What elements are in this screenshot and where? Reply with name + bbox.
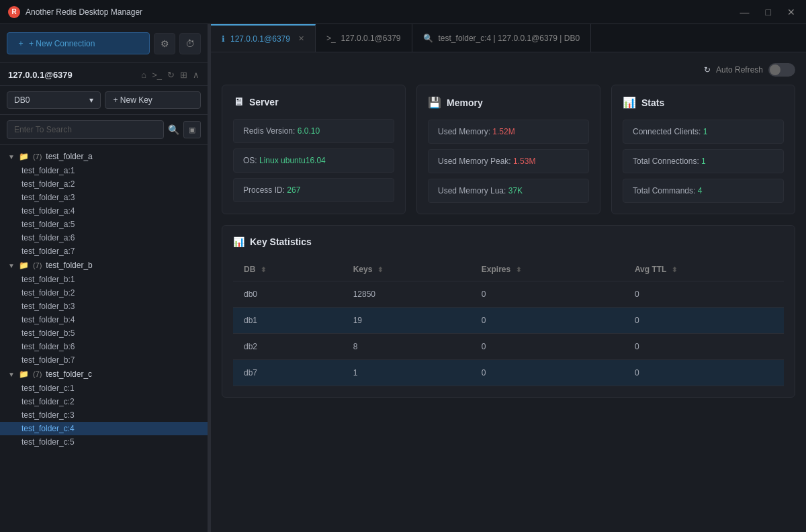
server-card-title: 🖥 Server [233, 96, 394, 108]
chevron-icon: ▼ [8, 153, 15, 161]
list-item[interactable]: test_folder_b:5 [0, 326, 208, 340]
refresh-icon[interactable]: ↻ [167, 70, 175, 80]
tree-container[interactable]: ▼ 📁 (7) test_folder_a test_folder_a:1 te… [0, 145, 208, 532]
folder-icon: 📁 [19, 261, 29, 270]
settings-button[interactable]: ⚙ [154, 33, 175, 54]
folder-test-folder-a[interactable]: ▼ 📁 (7) test_folder_a [0, 149, 208, 164]
connection-header: 127.0.0.1@6379 ⌂ >_ ↻ ⊞ ∧ [0, 63, 208, 86]
connection-icons: ⌂ >_ ↻ ⊞ ∧ [141, 70, 199, 80]
sort-icon: ⬍ [261, 266, 266, 273]
process-id-item: Process ID: 267 [233, 178, 394, 202]
list-item[interactable]: test_folder_c:1 [0, 382, 208, 395]
total-connections-item: Total Connections: 1 [623, 149, 784, 173]
terminal-icon[interactable]: >_ [152, 70, 162, 80]
minimize-button[interactable]: — [737, 5, 752, 19]
sidebar: ＋ + New Connection ⚙ ⏱ 127.0.0.1@6379 ⌂ … [0, 24, 208, 532]
folder-icon: 📁 [19, 369, 29, 379]
cell-keys: 8 [343, 334, 471, 360]
tab-terminal-connection[interactable]: >_ 127.0.0.1@6379 [316, 24, 412, 52]
list-item[interactable]: test_folder_a:1 [0, 164, 208, 177]
list-item[interactable]: test_folder_a:2 [0, 177, 208, 191]
new-key-button[interactable]: + New Key [105, 91, 202, 109]
maximize-button[interactable]: □ [763, 5, 774, 19]
titlebar: R Another Redis Desktop Manager — □ ✕ [0, 0, 806, 24]
list-item[interactable]: test_folder_a:3 [0, 191, 208, 204]
cards-row: 🖥 Server Redis Version: 6.0.10 OS: Linux… [222, 85, 795, 214]
cell-db: db0 [233, 281, 343, 308]
cell-expires: 0 [471, 334, 624, 360]
table-row: db2 8 0 0 [233, 334, 784, 360]
folder-name: test_folder_b [46, 261, 92, 270]
list-item[interactable]: test_folder_b:7 [0, 353, 208, 367]
list-item[interactable]: test_folder_a:5 [0, 218, 208, 231]
tab-close-icon[interactable]: ✕ [298, 34, 304, 43]
list-item[interactable]: test_folder_c:3 [0, 408, 208, 422]
tab-key-viewer[interactable]: 🔍 test_folder_c:4 | 127.0.0.1@6379 | DB0 [412, 24, 592, 52]
cell-db: db1 [233, 308, 343, 334]
col-keys[interactable]: Keys ⬍ [343, 258, 471, 281]
app-title: Another Redis Desktop Manager [26, 7, 142, 17]
db-selector[interactable]: DB0 ▾ [7, 91, 101, 109]
list-item[interactable]: test_folder_b:4 [0, 313, 208, 326]
connected-clients-item: Connected Clients: 1 [623, 120, 784, 144]
col-expires[interactable]: Expires ⬍ [471, 258, 624, 281]
auto-refresh-toggle[interactable] [768, 63, 795, 77]
tab-info-connection[interactable]: ℹ 127.0.0.1@6379 ✕ [211, 24, 316, 52]
cell-avg-ttl: 0 [624, 281, 784, 308]
filter-button[interactable]: ▣ [183, 121, 201, 138]
folder-test-folder-c[interactable]: ▼ 📁 (7) test_folder_c [0, 367, 208, 382]
auto-refresh-label: Auto Refresh [716, 65, 763, 75]
close-button[interactable]: ✕ [785, 5, 798, 19]
search-input[interactable] [7, 120, 164, 139]
list-item[interactable]: test_folder_c:2 [0, 395, 208, 408]
table-header: DB ⬍ Keys ⬍ Expires ⬍ [233, 258, 784, 281]
list-item[interactable]: test_folder_a:4 [0, 204, 208, 218]
used-memory-lua-item: Used Memory Lua: 37K [428, 179, 589, 203]
search-icon-button[interactable]: 🔍 [168, 124, 179, 135]
cell-expires: 0 [471, 281, 624, 308]
chevron-down-icon: ▾ [89, 95, 93, 105]
home-icon[interactable]: ⌂ [141, 70, 146, 80]
folder-test-folder-b[interactable]: ▼ 📁 (7) test_folder_b [0, 258, 208, 273]
used-memory-item: Used Memory: 1.52M [428, 120, 589, 144]
grid-icon[interactable]: ⊞ [180, 70, 187, 80]
collapse-icon[interactable]: ∧ [193, 70, 199, 80]
folder-icon: 📁 [19, 152, 29, 161]
chevron-icon: ▼ [8, 262, 15, 269]
cell-keys: 1 [343, 360, 471, 386]
history-button[interactable]: ⏱ [179, 33, 201, 54]
list-item[interactable]: test_folder_b:6 [0, 340, 208, 353]
list-item[interactable]: test_folder_a:6 [0, 231, 208, 245]
plus-icon: ＋ [17, 38, 25, 49]
list-item-active[interactable]: test_folder_c:4 [0, 422, 208, 435]
new-connection-button[interactable]: ＋ + New Connection [7, 32, 150, 54]
folder-count: (7) [33, 152, 42, 161]
list-item[interactable]: test_folder_a:7 [0, 245, 208, 258]
cell-avg-ttl: 0 [624, 308, 784, 334]
table-row: db7 1 0 0 [233, 360, 784, 386]
list-item[interactable]: test_folder_c:5 [0, 435, 208, 449]
list-item[interactable]: test_folder_b:2 [0, 286, 208, 300]
connection-name: 127.0.0.1@6379 [8, 70, 73, 80]
stats-card: 📊 Stats Connected Clients: 1 Total Conne… [611, 85, 795, 214]
titlebar-controls: — □ ✕ [737, 5, 798, 19]
folder-name: test_folder_c [46, 369, 92, 379]
db-controls: DB0 ▾ + New Key [0, 86, 208, 115]
table-row: db1 19 0 0 [233, 308, 784, 334]
key-statistics-table: DB ⬍ Keys ⬍ Expires ⬍ [233, 258, 784, 386]
table-body: db0 12850 0 0 db1 19 0 0 db2 [233, 281, 784, 386]
toggle-knob [770, 64, 780, 75]
list-item[interactable]: test_folder_b:3 [0, 300, 208, 313]
list-item[interactable]: test_folder_b:1 [0, 273, 208, 286]
col-avg-ttl[interactable]: Avg TTL ⬍ [624, 258, 784, 281]
key-statistics-title: 📊 Key Statistics [233, 236, 784, 247]
redis-version-item: Redis Version: 6.0.10 [233, 119, 394, 143]
col-db[interactable]: DB ⬍ [233, 258, 343, 281]
stats-card-title: 📊 Stats [623, 96, 784, 109]
chevron-icon: ▼ [8, 371, 15, 378]
tab-label: 127.0.0.1@6379 [230, 34, 290, 44]
cell-keys: 19 [343, 308, 471, 334]
sort-icon: ⬍ [516, 266, 521, 273]
tab-label: test_folder_c:4 | 127.0.0.1@6379 | DB0 [439, 34, 580, 43]
main-layout: ＋ + New Connection ⚙ ⏱ 127.0.0.1@6379 ⌂ … [0, 24, 806, 532]
